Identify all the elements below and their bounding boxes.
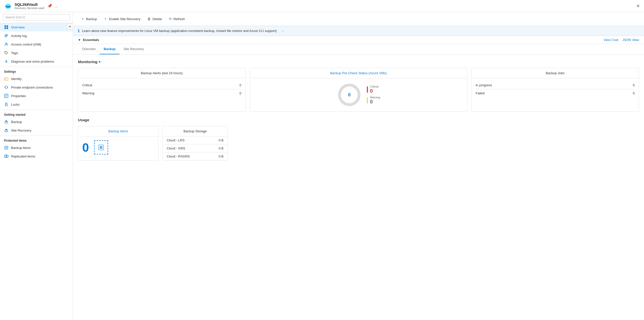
storage-ragrs-label: Cloud - RAGRS (167, 154, 190, 158)
usage-backup-items-header[interactable]: Backup items (78, 126, 158, 136)
sidebar-collapse-button[interactable]: ≪ (67, 24, 73, 29)
sidebar-item-properties-label: Properties (11, 94, 26, 98)
backup-jobs-header: Backup Jobs (471, 68, 639, 78)
delete-icon: 🗑 (147, 17, 151, 21)
enable-site-recovery-plus-icon: ＋ (104, 17, 107, 21)
backup-alerts-body: Critical 0 Warning 0 (78, 78, 245, 100)
app-logo (4, 2, 12, 10)
sidebar-search-container (0, 12, 73, 23)
jobs-in-progress-row: In progress 0 (476, 81, 635, 89)
donut-container: 0 Critical 0 (250, 78, 467, 111)
sidebar-item-diagnose-label: Diagnose and solve problems (11, 60, 54, 63)
delete-button-label: Delete (152, 17, 162, 21)
json-view-link[interactable]: JSON View (622, 38, 639, 42)
alerts-warning-value: 0 (239, 91, 241, 95)
sidebar-item-private-endpoint-label: Private endpoint connections (11, 86, 53, 89)
enable-site-recovery-button[interactable]: ＋ Enable Site Recovery (101, 15, 143, 23)
alerts-critical-label: Critical (82, 83, 92, 87)
vault-type: Recovery Services vault (15, 7, 44, 10)
svg-point-11 (5, 52, 6, 52)
sidebar-item-site-recovery-label: Site Recovery (11, 129, 31, 132)
search-input[interactable] (3, 14, 70, 21)
info-banner[interactable]: ℹ Learn about new feature improvements f… (73, 26, 644, 36)
sidebar-item-overview[interactable]: Overview (0, 23, 73, 31)
sidebar-item-properties[interactable]: Properties (0, 92, 73, 100)
sidebar-item-locks[interactable]: Locks (0, 100, 73, 109)
usage-backup-items-value: 0 (82, 141, 89, 154)
tab-backup[interactable]: Backup (100, 44, 119, 54)
essentials-chevron-icon: ▼ (78, 38, 81, 42)
tab-site-recovery[interactable]: Site Recovery (119, 44, 148, 54)
monitoring-dot (99, 61, 100, 63)
sidebar-item-activity-log-label: Activity log (11, 34, 27, 38)
close-button[interactable]: ✕ (636, 3, 640, 9)
essentials-bar: ▼ Essentials View Cost JSON View (73, 36, 644, 44)
storage-grs-row: Cloud - GRS 0 B (163, 144, 228, 152)
jobs-in-progress-label: In progress (476, 83, 492, 87)
storage-lrs-row: Cloud - LRS 0 B (163, 136, 228, 144)
sidebar-item-replicated-items[interactable]: Replicated items (0, 152, 73, 161)
monitoring-section-title: Monitoring (78, 60, 639, 64)
backup-button[interactable]: ＋ Backup (78, 15, 100, 23)
view-cost-link[interactable]: View Cost (604, 38, 618, 42)
properties-icon (4, 94, 9, 98)
legend-warning: Warning 0 (367, 96, 380, 105)
legend-critical-label: Critical (370, 85, 378, 88)
diagnose-icon (4, 59, 9, 64)
getting-started-section-header: Getting started (0, 110, 73, 117)
sidebar-item-private-endpoint[interactable]: Private endpoint connections (0, 83, 73, 92)
sidebar-item-tags[interactable]: Tags (0, 49, 73, 57)
essentials-right: View Cost JSON View (604, 38, 639, 42)
alerts-critical-row: Critical 0 (82, 81, 241, 89)
monitoring-cards: Backup Alerts (last 24 hours) Critical 0… (78, 68, 639, 112)
locks-icon (4, 102, 9, 107)
svg-point-28 (5, 129, 7, 130)
access-control-icon (4, 42, 9, 47)
storage-ragrs-row: Cloud - RAGRS 0 B (163, 152, 228, 160)
sidebar-item-identity-label: Identity (11, 77, 22, 81)
refresh-icon: ↻ (169, 17, 172, 21)
essentials-label: Essentials (83, 38, 99, 42)
backup-precheck-header[interactable]: Backup Pre-Check Status (Azure VMs) (250, 68, 467, 78)
backup-icon (4, 119, 9, 124)
tab-overview[interactable]: Overview (78, 44, 100, 54)
svg-rect-30 (5, 155, 7, 157)
usage-backup-items-body: 0 (78, 136, 158, 158)
storage-grs-label: Cloud - GRS (167, 146, 185, 150)
main-content: ＋ Backup ＋ Enable Site Recovery 🗑 Delete… (73, 12, 644, 320)
legend-critical-value: 0 (370, 88, 378, 94)
svg-rect-5 (5, 27, 6, 29)
sidebar-item-overview-label: Overview (11, 25, 25, 29)
more-button[interactable]: ... (54, 4, 58, 8)
sidebar-item-diagnose[interactable]: Diagnose and solve problems (0, 57, 73, 66)
content-area: Monitoring Backup Alerts (last 24 hours)… (73, 55, 644, 320)
sidebar-item-backup[interactable]: Backup (0, 117, 73, 126)
top-bar: SQL2k8Vault Recovery Services vault 📌 ..… (0, 0, 644, 12)
backup-jobs-body: In progress 0 Failed 0 (471, 78, 639, 100)
legend-warning-bar (367, 97, 368, 103)
alerts-critical-value: 0 (239, 83, 241, 87)
delete-button[interactable]: 🗑 Delete (144, 15, 165, 22)
legend-critical-info: Critical 0 (370, 85, 378, 94)
sidebar-item-activity-log[interactable]: Activity log (0, 31, 73, 40)
donut-chart: 0 (337, 82, 362, 107)
backup-button-label: Backup (86, 17, 97, 21)
usage-backup-items-card: Backup items 0 (78, 126, 158, 161)
svg-point-2 (6, 4, 10, 6)
sidebar-item-identity[interactable]: Identity (0, 74, 73, 83)
jobs-failed-label: Failed (476, 91, 484, 95)
jobs-failed-row: Failed 0 (476, 89, 635, 97)
pin-button[interactable]: 📌 (47, 4, 52, 8)
jobs-failed-value: 0 (633, 91, 635, 95)
donut-legend: Critical 0 Warning 0 (367, 85, 380, 105)
usage-cards: Backup items 0 Backup (78, 126, 639, 161)
sidebar-item-backup-items[interactable]: Backup items (0, 143, 73, 152)
sidebar-item-site-recovery[interactable]: Site Recovery (0, 126, 73, 135)
activity-log-icon (4, 33, 9, 38)
sidebar-item-access-control[interactable]: Access control (IAM) (0, 40, 73, 49)
refresh-button[interactable]: ↻ Refresh (166, 15, 188, 22)
svg-point-14 (5, 78, 6, 79)
vault-title-group: SQL2k8Vault Recovery Services vault (15, 2, 44, 10)
overview-icon (4, 25, 9, 29)
info-icon: ℹ (78, 28, 79, 33)
